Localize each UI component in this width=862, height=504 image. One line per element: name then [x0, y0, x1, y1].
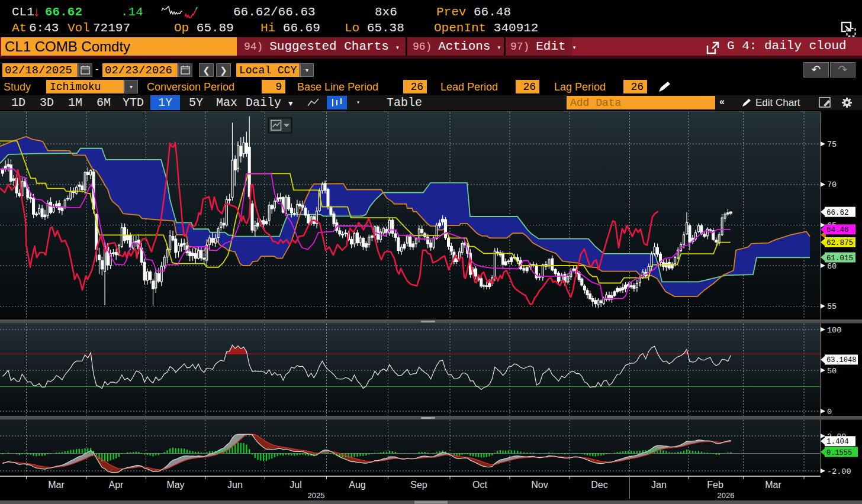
svg-text:63.1048: 63.1048: [826, 356, 856, 364]
svg-text:2026: 2026: [718, 491, 735, 500]
svg-text:61.015: 61.015: [826, 254, 853, 263]
svg-text:-2.00: -2.00: [827, 467, 851, 476]
svg-text:75: 75: [827, 140, 837, 149]
svg-text:Mar: Mar: [765, 480, 781, 490]
svg-text:2025: 2025: [308, 491, 325, 500]
svg-text:Feb: Feb: [707, 480, 723, 490]
svg-text:60: 60: [827, 262, 837, 271]
svg-text:0.1555: 0.1555: [826, 449, 852, 457]
svg-text:Nov: Nov: [531, 480, 548, 490]
svg-text:1.404: 1.404: [826, 438, 849, 446]
svg-text:50: 50: [827, 367, 837, 376]
svg-text:55: 55: [827, 302, 837, 311]
svg-text:Sep: Sep: [410, 480, 427, 490]
svg-text:Dec: Dec: [591, 480, 607, 490]
svg-text:Mar: Mar: [48, 480, 65, 490]
svg-text:Oct: Oct: [472, 480, 487, 490]
svg-text:Jul: Jul: [290, 480, 301, 490]
svg-text:70: 70: [827, 180, 837, 189]
svg-text:100: 100: [827, 326, 841, 335]
svg-text:May: May: [166, 480, 184, 490]
svg-text:0: 0: [827, 408, 832, 416]
svg-text:Jan: Jan: [651, 480, 667, 490]
svg-text:66.62: 66.62: [826, 209, 849, 217]
svg-text:Apr: Apr: [109, 480, 124, 490]
svg-text:Jun: Jun: [227, 480, 243, 490]
svg-text:64.46: 64.46: [826, 226, 849, 234]
svg-text:Aug: Aug: [349, 480, 365, 490]
svg-text:62.875: 62.875: [826, 239, 853, 247]
